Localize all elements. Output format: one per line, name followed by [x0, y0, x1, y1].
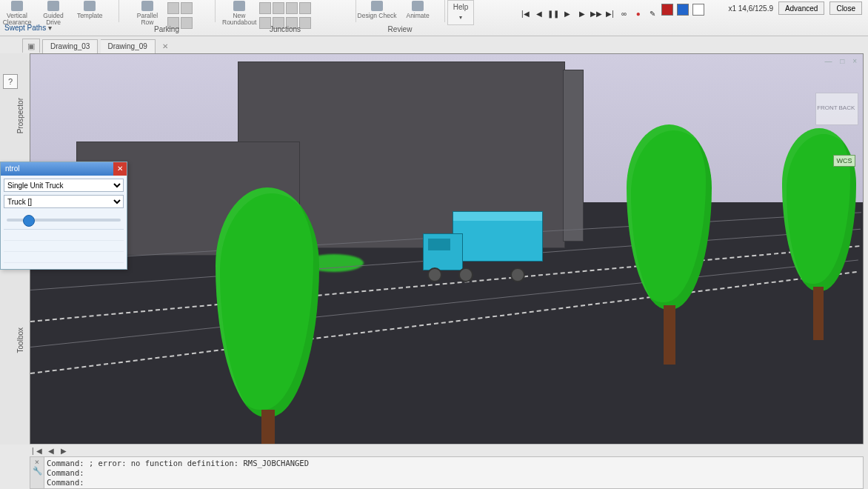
- panel-close-icon[interactable]: ✕: [113, 162, 127, 176]
- junction-tool-icon[interactable]: [273, 2, 284, 14]
- ribbon-group-review: Design Check Animate Review: [355, 0, 445, 22]
- ribbon-group-parking: Parallel Row Parking: [118, 0, 216, 22]
- fast-fwd-icon[interactable]: ▶▶: [590, 8, 602, 20]
- viewport-window-buttons[interactable]: — □ ×: [825, 57, 860, 65]
- marker-icon[interactable]: ✎: [647, 8, 658, 20]
- parallel-row-button[interactable]: Parallel Row: [130, 0, 164, 22]
- command-window[interactable]: ×🔧 Command: ; error: no function definit…: [30, 456, 864, 489]
- step-fwd-icon[interactable]: ▶: [561, 8, 573, 20]
- ribbon: Vertical Clearance Guided Drive Template…: [0, 0, 868, 36]
- panel-title-text: ntrol: [5, 164, 19, 173]
- slider-thumb[interactable]: [23, 215, 35, 227]
- new-tab-icon[interactable]: ✕: [162, 42, 168, 50]
- loop-icon[interactable]: ∞: [618, 8, 630, 20]
- animate-button[interactable]: Animate: [401, 0, 435, 22]
- parking-tool-icon[interactable]: [181, 2, 193, 14]
- pause-icon[interactable]: ❚❚: [547, 8, 559, 20]
- doc-tab-drawing-03[interactable]: Drawing_03: [42, 39, 98, 53]
- junction-tool-icon[interactable]: [259, 2, 271, 14]
- vertical-clearance-button[interactable]: Vertical Clearance: [0, 0, 34, 22]
- record-icon[interactable]: ●: [632, 8, 644, 20]
- group-label-review: Review: [355, 24, 444, 36]
- parking-tool-icon[interactable]: [167, 2, 179, 14]
- document-tabs: ▣ Drawing_03 Drawing_09 ✕: [22, 39, 168, 53]
- red-swatch[interactable]: [661, 4, 673, 16]
- prospector-panel-tab[interactable]: Prospector: [16, 98, 24, 133]
- advanced-button[interactable]: Advanced: [778, 1, 824, 15]
- wcs-badge[interactable]: WCS: [833, 155, 855, 167]
- template-button[interactable]: Template: [73, 0, 107, 22]
- view-cube[interactable]: FRONTBACK: [815, 93, 858, 125]
- vehicle-type-select[interactable]: Single Unit Truck: [4, 179, 124, 192]
- help-dropdown[interactable]: Help: [447, 0, 474, 25]
- junction-tool-icon[interactable]: [286, 2, 298, 14]
- white-swatch[interactable]: [692, 4, 704, 16]
- cmd-line: Command:: [47, 468, 860, 478]
- go-start-icon[interactable]: |◀: [519, 8, 531, 20]
- time-slider[interactable]: [7, 219, 121, 222]
- vehicle-truck: [423, 211, 549, 278]
- speed-readout: x1 14,6/125.9: [728, 4, 773, 13]
- play-icon[interactable]: ▶: [576, 8, 588, 20]
- step-back-icon[interactable]: ◀: [533, 8, 545, 20]
- blue-swatch[interactable]: [677, 4, 689, 16]
- cmd-line: Command: ; error: no function definition…: [47, 459, 860, 468]
- close-button[interactable]: Close: [829, 1, 862, 15]
- ribbon-group-paths: Vertical Clearance Guided Drive Template: [0, 0, 119, 22]
- tree: [627, 124, 712, 369]
- panel-titlebar[interactable]: ntrol ✕: [1, 162, 127, 176]
- group-label-junctions: Junctions: [215, 24, 355, 36]
- panel-empty-rows: [4, 229, 124, 263]
- vehicle-instance-select[interactable]: Truck []: [4, 195, 124, 208]
- group-label-parking: Parking: [118, 24, 215, 36]
- design-check-button[interactable]: Design Check: [355, 0, 398, 22]
- help-icon[interactable]: ?: [3, 74, 18, 89]
- tree: [216, 187, 319, 445]
- go-end-icon[interactable]: ▶|: [604, 8, 616, 20]
- swept-paths-dropdown[interactable]: Swept Paths: [4, 24, 52, 32]
- junction-tool-icon[interactable]: [299, 2, 311, 14]
- animation-control-panel[interactable]: ntrol ✕ Single Unit Truck Truck []: [0, 162, 127, 270]
- ribbon-group-junctions: New Roundabout Junctions: [215, 0, 356, 22]
- model-viewport[interactable]: FRONTBACK WCS — □ ×: [30, 53, 864, 445]
- animation-playbar: |◀ ◀ ❚❚ ▶ ▶ ▶▶ ▶| ∞ ● ✎: [519, 3, 705, 16]
- cmdwin-handle[interactable]: ×🔧: [30, 457, 44, 488]
- guided-drive-button[interactable]: Guided Drive: [36, 0, 70, 22]
- cmd-prompt[interactable]: Command:: [47, 478, 860, 487]
- doc-tab-drawing-09[interactable]: Drawing_09: [101, 39, 156, 53]
- new-roundabout-button[interactable]: New Roundabout: [222, 0, 256, 22]
- toolbox-panel-tab[interactable]: Toolbox: [16, 327, 24, 353]
- doc-tab-home-icon[interactable]: ▣: [22, 39, 40, 53]
